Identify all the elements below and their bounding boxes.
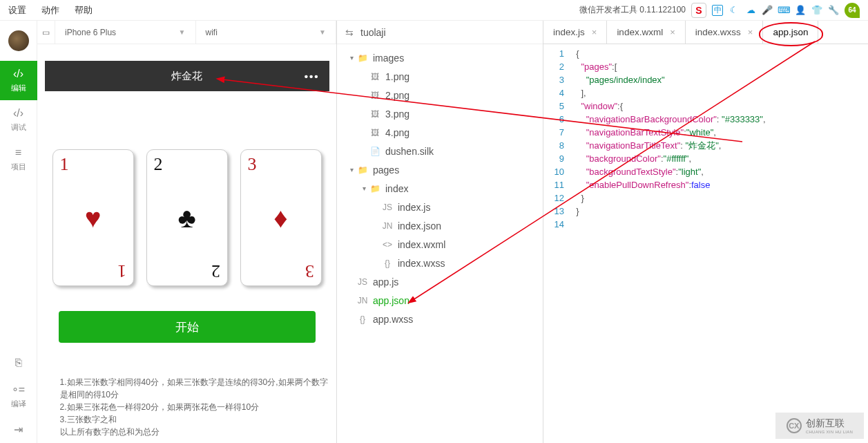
tree-item[interactable]: {} index.wxss — [337, 254, 543, 272]
chevron-down-icon: ▼ — [179, 28, 186, 36]
tree-item[interactable]: <> index.wxml — [337, 235, 543, 254]
watermark-text: 创新互联 — [806, 417, 853, 430]
menu-bar: 设置 动作 帮助 微信开发者工具 0.11.122100 S 中 ☾ ☁ 🎤 ⌨… — [0, 0, 868, 21]
card-suit-icon: ♦ — [273, 202, 287, 234]
close-icon[interactable]: × — [748, 27, 753, 37]
tree-item-label: index.wxml — [398, 239, 445, 250]
file-type-icon: 📁 — [356, 53, 369, 63]
tab-label: index.wxss — [695, 27, 741, 37]
tree-item[interactable]: JS app.js — [337, 272, 543, 291]
nav-header: 炸金花 ••• — [45, 61, 329, 91]
tree-item[interactable]: 🖼 2.png — [337, 86, 543, 104]
close-icon[interactable]: × — [670, 27, 675, 37]
menu-help[interactable]: 帮助 — [75, 4, 93, 17]
file-type-icon: 📁 — [369, 184, 381, 194]
file-type-icon: {} — [381, 258, 394, 268]
cloud-icon[interactable]: ☁ — [745, 5, 756, 16]
code-content[interactable]: { "pages":[ "pages/index/index" ], "wind… — [571, 47, 868, 443]
sidebar-item-edit[interactable]: ‹/› 编辑 — [0, 61, 37, 100]
tree-item[interactable]: 🖼 3.png — [337, 104, 543, 123]
left-sidebar: ‹/› 编辑 ‹/› 调试 ≡ 项目 ⎘ ∘= 编译 ⇥ — [0, 21, 37, 443]
tree-item[interactable]: 📄 dushen.silk — [337, 142, 543, 160]
project-name: tuolaji — [360, 27, 386, 38]
close-icon[interactable]: × — [592, 27, 597, 37]
card-rank-bottom: 3 — [305, 261, 314, 281]
tree-item[interactable]: ▾ 📁 images — [337, 48, 543, 67]
tab-label: app.json — [773, 27, 808, 37]
network-select[interactable]: wifi ▼ — [196, 21, 337, 44]
moon-icon[interactable]: ☾ — [729, 5, 740, 16]
sidebar-item-label: 编译 — [11, 399, 26, 409]
tree-item[interactable]: JN index.json — [337, 216, 543, 235]
tree-item[interactable]: 🖼 1.png — [337, 67, 543, 86]
card-suit-icon: ♥ — [85, 202, 102, 234]
tab-label: index.wxml — [617, 27, 663, 37]
file-type-icon: JS — [356, 277, 369, 287]
tree-item-label: index.json — [398, 220, 441, 232]
file-type-icon: 📁 — [356, 165, 369, 175]
fold-icon: ▾ — [347, 54, 356, 62]
card-rank-bottom: 2 — [211, 261, 220, 281]
device-icon[interactable]: ▭ — [37, 21, 55, 44]
fold-icon: ▾ — [347, 166, 356, 173]
sidebar-item-compile[interactable]: ∘= 编译 — [0, 376, 37, 416]
playing-card[interactable]: 3 ♦ 3 — [240, 149, 322, 286]
chevron-down-icon: ▼ — [319, 28, 326, 36]
sidebar-item-debug[interactable]: ‹/› 调试 — [0, 100, 37, 140]
editor-tab[interactable]: index.wxml× — [607, 21, 685, 44]
menu-action[interactable]: 动作 — [41, 4, 59, 17]
file-type-icon: 📄 — [369, 147, 381, 156]
debug-icon: ‹/› — [13, 107, 23, 120]
fold-icon: ▾ — [359, 185, 369, 192]
tree-item[interactable]: JN app.json — [337, 291, 543, 310]
sogou-icon[interactable]: S — [691, 3, 706, 18]
card-rank-top: 1 — [60, 154, 69, 175]
compile-icon: ∘= — [12, 383, 25, 396]
avatar[interactable] — [8, 30, 29, 51]
tree-item-label: index.wxss — [398, 258, 445, 269]
tree-item-label: 3.png — [385, 109, 409, 120]
person-icon[interactable]: 👤 — [795, 5, 806, 16]
file-type-icon: JS — [381, 202, 394, 212]
menu-settings[interactable]: 设置 — [8, 4, 26, 17]
file-type-icon: {} — [356, 314, 369, 324]
sidebar-item-project[interactable]: ≡ 项目 — [0, 140, 37, 179]
tree-item-label: 2.png — [385, 90, 409, 101]
device-select[interactable]: iPhone 6 Plus ▼ — [55, 21, 196, 44]
mic-icon[interactable]: 🎤 — [762, 5, 773, 16]
sidebar-item-label: 调试 — [11, 122, 26, 133]
watermark-sub: CHUANG XIN HU LIAN — [806, 430, 853, 434]
zhong-icon[interactable]: 中 — [712, 5, 723, 16]
tree-item[interactable]: JS index.js — [337, 198, 543, 216]
playing-card[interactable]: 2 ♣ 2 — [146, 149, 228, 286]
tree-item-label: dushen.silk — [385, 146, 434, 157]
menu-dots-icon[interactable]: ••• — [305, 70, 320, 82]
editor-tab[interactable]: index.wxss× — [686, 21, 764, 44]
card-rank-top: 2 — [154, 154, 163, 175]
file-type-icon: 🖼 — [369, 72, 381, 82]
start-button[interactable]: 开始 — [59, 311, 316, 343]
start-label: 开始 — [175, 319, 199, 335]
editor-tab[interactable]: app.json — [763, 21, 818, 44]
tree-item[interactable]: {} app.wxss — [337, 310, 543, 328]
editor-tab[interactable]: index.js× — [543, 21, 607, 44]
nav-title: 炸金花 — [171, 70, 202, 83]
tree-item[interactable]: ▾ 📁 pages — [337, 160, 543, 179]
sidebar-item-copy[interactable]: ⎘ — [0, 350, 37, 376]
tree-item-label: 4.png — [385, 127, 409, 138]
tree-item-label: index — [385, 183, 408, 194]
keyboard-icon[interactable]: ⌨ — [778, 5, 789, 16]
app-title: 微信开发者工具 0.11.122100 — [579, 4, 686, 16]
shirt-icon[interactable]: 👕 — [811, 5, 822, 16]
playing-card[interactable]: 1 ♥ 1 — [52, 149, 134, 286]
sixtyfour-icon[interactable]: 64 — [845, 3, 860, 18]
tree-icon[interactable]: ⇆ — [345, 27, 354, 38]
tree-item-label: index.js — [398, 202, 430, 213]
tree-item[interactable]: 🖼 4.png — [337, 123, 543, 142]
wrench-icon[interactable]: 🔧 — [828, 5, 839, 16]
sidebar-item-expand[interactable]: ⇥ — [0, 416, 37, 443]
file-type-icon: 🖼 — [369, 128, 381, 138]
tree-item[interactable]: ▾ 📁 index — [337, 179, 543, 198]
simulator: 炸金花 ••• 1 ♥ 12 ♣ 23 ♦ 3 开始 1.如果三张数字相同得40… — [37, 44, 336, 443]
tree-item-label: images — [373, 53, 404, 64]
